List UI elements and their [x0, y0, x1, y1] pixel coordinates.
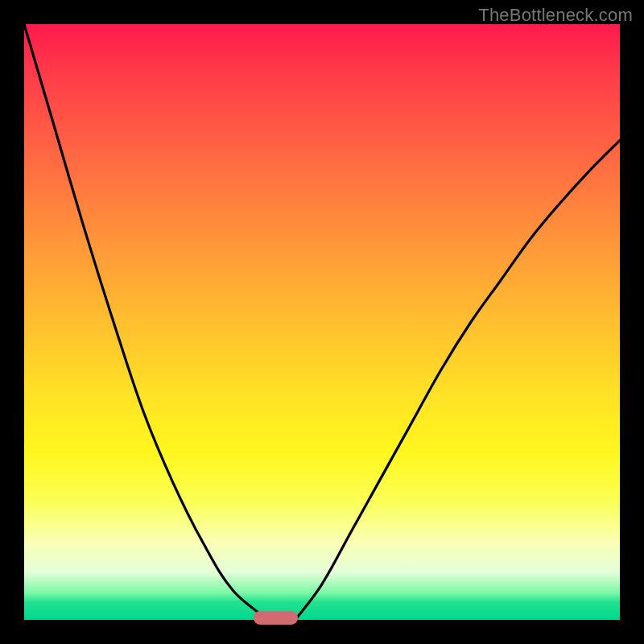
bottleneck-indicator [254, 611, 298, 625]
plot-area [24, 24, 620, 620]
curve-layer [24, 24, 620, 620]
right-curve [295, 140, 620, 620]
left-curve [24, 24, 268, 620]
watermark-text: TheBottleneck.com [478, 5, 633, 26]
